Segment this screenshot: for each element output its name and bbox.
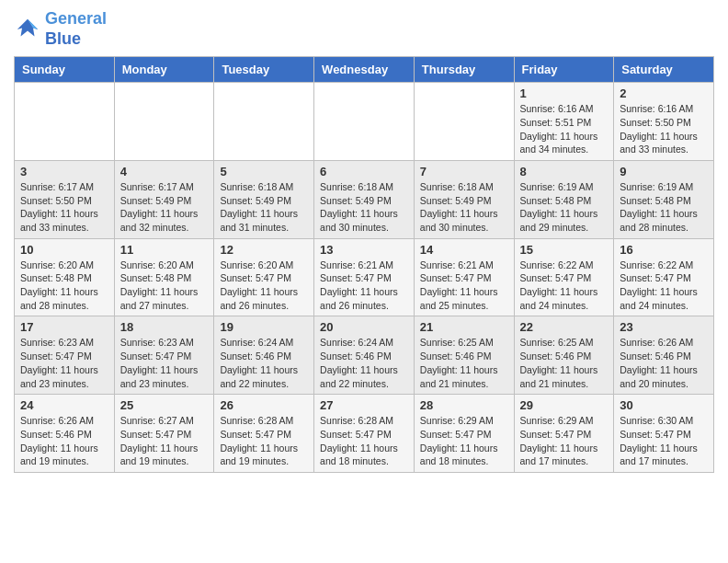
calendar-cell: 21Sunrise: 6:25 AM Sunset: 5:46 PM Dayli… <box>414 316 514 395</box>
calendar-cell: 6Sunrise: 6:18 AM Sunset: 5:49 PM Daylig… <box>314 160 415 238</box>
calendar-week-2: 3Sunrise: 6:17 AM Sunset: 5:50 PM Daylig… <box>15 160 714 238</box>
calendar-cell: 13Sunrise: 6:21 AM Sunset: 5:47 PM Dayli… <box>314 238 415 316</box>
day-info: Sunrise: 6:28 AM Sunset: 5:47 PM Dayligh… <box>320 414 408 468</box>
day-number: 15 <box>520 243 609 257</box>
calendar-cell: 8Sunrise: 6:19 AM Sunset: 5:48 PM Daylig… <box>514 160 614 238</box>
day-number: 1 <box>520 86 609 100</box>
calendar-cell: 19Sunrise: 6:24 AM Sunset: 5:46 PM Dayli… <box>214 316 314 395</box>
day-info: Sunrise: 6:18 AM Sunset: 5:49 PM Dayligh… <box>220 180 308 235</box>
day-number: 20 <box>320 320 408 334</box>
calendar-cell: 12Sunrise: 6:20 AM Sunset: 5:47 PM Dayli… <box>214 238 314 316</box>
day-info: Sunrise: 6:16 AM Sunset: 5:50 PM Dayligh… <box>620 102 708 156</box>
weekday-header-row: SundayMondayTuesdayWednesdayThursdayFrid… <box>15 57 714 83</box>
day-info: Sunrise: 6:19 AM Sunset: 5:48 PM Dayligh… <box>620 180 708 235</box>
calendar-cell: 28Sunrise: 6:29 AM Sunset: 5:47 PM Dayli… <box>414 395 514 473</box>
calendar-cell: 27Sunrise: 6:28 AM Sunset: 5:47 PM Dayli… <box>314 395 415 473</box>
day-info: Sunrise: 6:16 AM Sunset: 5:51 PM Dayligh… <box>520 102 609 156</box>
calendar-cell: 18Sunrise: 6:23 AM Sunset: 5:47 PM Dayli… <box>114 316 214 395</box>
day-info: Sunrise: 6:21 AM Sunset: 5:47 PM Dayligh… <box>420 259 508 313</box>
day-info: Sunrise: 6:30 AM Sunset: 5:47 PM Dayligh… <box>620 414 708 468</box>
day-number: 17 <box>20 320 108 334</box>
day-number: 22 <box>520 320 609 334</box>
day-number: 5 <box>220 165 308 178</box>
day-number: 7 <box>420 165 508 178</box>
calendar-cell <box>114 83 214 161</box>
day-number: 14 <box>420 243 508 257</box>
logo-text: General Blue <box>45 9 107 49</box>
calendar-week-5: 24Sunrise: 6:26 AM Sunset: 5:46 PM Dayli… <box>15 395 714 473</box>
day-number: 3 <box>20 165 108 178</box>
day-number: 9 <box>620 165 708 178</box>
day-info: Sunrise: 6:19 AM Sunset: 5:48 PM Dayligh… <box>520 180 609 235</box>
calendar-cell: 24Sunrise: 6:26 AM Sunset: 5:46 PM Dayli… <box>15 395 115 473</box>
logo-icon <box>14 16 41 43</box>
day-number: 13 <box>320 243 408 257</box>
day-number: 29 <box>520 398 609 412</box>
day-info: Sunrise: 6:20 AM Sunset: 5:48 PM Dayligh… <box>20 259 108 313</box>
weekday-header-thursday: Thursday <box>414 57 514 83</box>
calendar-cell: 26Sunrise: 6:28 AM Sunset: 5:47 PM Dayli… <box>214 395 314 473</box>
day-number: 23 <box>620 320 708 334</box>
day-number: 25 <box>120 398 209 412</box>
calendar-cell: 17Sunrise: 6:23 AM Sunset: 5:47 PM Dayli… <box>15 316 115 395</box>
day-number: 6 <box>320 165 408 178</box>
calendar-cell: 3Sunrise: 6:17 AM Sunset: 5:50 PM Daylig… <box>15 160 115 238</box>
calendar-cell: 10Sunrise: 6:20 AM Sunset: 5:48 PM Dayli… <box>15 238 115 316</box>
day-info: Sunrise: 6:26 AM Sunset: 5:46 PM Dayligh… <box>20 414 108 468</box>
calendar-cell: 11Sunrise: 6:20 AM Sunset: 5:48 PM Dayli… <box>114 238 214 316</box>
calendar-cell: 7Sunrise: 6:18 AM Sunset: 5:49 PM Daylig… <box>414 160 514 238</box>
day-info: Sunrise: 6:25 AM Sunset: 5:46 PM Dayligh… <box>420 336 508 390</box>
day-info: Sunrise: 6:25 AM Sunset: 5:46 PM Dayligh… <box>520 336 609 390</box>
day-info: Sunrise: 6:18 AM Sunset: 5:49 PM Dayligh… <box>320 180 408 235</box>
calendar-cell: 16Sunrise: 6:22 AM Sunset: 5:47 PM Dayli… <box>614 238 714 316</box>
calendar-cell <box>414 83 514 161</box>
calendar-cell: 4Sunrise: 6:17 AM Sunset: 5:49 PM Daylig… <box>114 160 214 238</box>
day-number: 28 <box>420 398 508 412</box>
calendar-cell: 5Sunrise: 6:18 AM Sunset: 5:49 PM Daylig… <box>214 160 314 238</box>
day-info: Sunrise: 6:17 AM Sunset: 5:50 PM Dayligh… <box>20 180 108 235</box>
calendar-cell: 30Sunrise: 6:30 AM Sunset: 5:47 PM Dayli… <box>614 395 714 473</box>
calendar-cell: 25Sunrise: 6:27 AM Sunset: 5:47 PM Dayli… <box>114 395 214 473</box>
day-number: 2 <box>620 86 708 100</box>
day-info: Sunrise: 6:22 AM Sunset: 5:47 PM Dayligh… <box>620 259 708 313</box>
calendar-cell: 20Sunrise: 6:24 AM Sunset: 5:46 PM Dayli… <box>314 316 415 395</box>
calendar-week-4: 17Sunrise: 6:23 AM Sunset: 5:47 PM Dayli… <box>15 316 714 395</box>
day-info: Sunrise: 6:26 AM Sunset: 5:46 PM Dayligh… <box>620 336 708 390</box>
day-info: Sunrise: 6:20 AM Sunset: 5:48 PM Dayligh… <box>120 259 209 313</box>
day-info: Sunrise: 6:22 AM Sunset: 5:47 PM Dayligh… <box>520 259 609 313</box>
day-info: Sunrise: 6:17 AM Sunset: 5:49 PM Dayligh… <box>120 180 209 235</box>
calendar-week-3: 10Sunrise: 6:20 AM Sunset: 5:48 PM Dayli… <box>15 238 714 316</box>
calendar-week-1: 1Sunrise: 6:16 AM Sunset: 5:51 PM Daylig… <box>15 83 714 161</box>
calendar-cell <box>15 83 115 161</box>
calendar-cell: 1Sunrise: 6:16 AM Sunset: 5:51 PM Daylig… <box>514 83 614 161</box>
day-number: 10 <box>20 243 108 257</box>
day-number: 12 <box>220 243 308 257</box>
calendar-cell <box>314 83 415 161</box>
calendar-cell: 29Sunrise: 6:29 AM Sunset: 5:47 PM Dayli… <box>514 395 614 473</box>
calendar-cell: 9Sunrise: 6:19 AM Sunset: 5:48 PM Daylig… <box>614 160 714 238</box>
day-number: 8 <box>520 165 609 178</box>
weekday-header-saturday: Saturday <box>614 57 714 83</box>
day-info: Sunrise: 6:27 AM Sunset: 5:47 PM Dayligh… <box>120 414 209 468</box>
calendar-cell: 2Sunrise: 6:16 AM Sunset: 5:50 PM Daylig… <box>614 83 714 161</box>
day-number: 24 <box>20 398 108 412</box>
weekday-header-tuesday: Tuesday <box>214 57 314 83</box>
calendar-cell: 14Sunrise: 6:21 AM Sunset: 5:47 PM Dayli… <box>414 238 514 316</box>
calendar-cell <box>214 83 314 161</box>
day-number: 16 <box>620 243 708 257</box>
day-number: 18 <box>120 320 209 334</box>
calendar-cell: 22Sunrise: 6:25 AM Sunset: 5:46 PM Dayli… <box>514 316 614 395</box>
day-info: Sunrise: 6:29 AM Sunset: 5:47 PM Dayligh… <box>520 414 609 468</box>
weekday-header-sunday: Sunday <box>15 57 115 83</box>
day-info: Sunrise: 6:20 AM Sunset: 5:47 PM Dayligh… <box>220 259 308 313</box>
day-number: 11 <box>120 243 209 257</box>
day-number: 26 <box>220 398 308 412</box>
day-info: Sunrise: 6:18 AM Sunset: 5:49 PM Dayligh… <box>420 180 508 235</box>
day-number: 30 <box>620 398 708 412</box>
day-info: Sunrise: 6:29 AM Sunset: 5:47 PM Dayligh… <box>420 414 508 468</box>
weekday-header-wednesday: Wednesday <box>314 57 415 83</box>
day-number: 27 <box>320 398 408 412</box>
logo: General Blue <box>14 9 107 49</box>
day-number: 4 <box>120 165 209 178</box>
day-number: 19 <box>220 320 308 334</box>
